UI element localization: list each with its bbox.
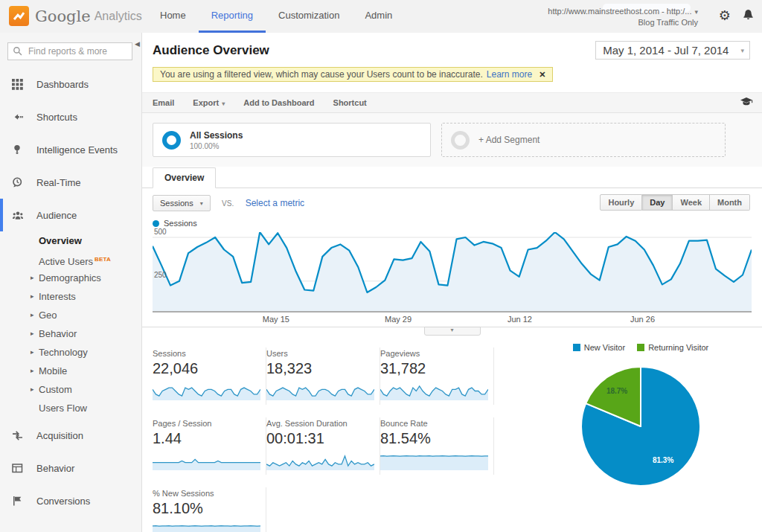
metric-label: Users [266, 349, 374, 358]
sidebar-item-label: Behavior [36, 463, 74, 474]
audience-people-icon [12, 209, 25, 221]
chevron-down-icon: ▾ [200, 200, 203, 207]
vs-label: vs. [222, 199, 234, 208]
report-tabs: Overview [142, 167, 762, 188]
sidebar-item-label: Audience [36, 210, 77, 221]
mobile-label: Mobile [39, 365, 67, 376]
granularity-month-button[interactable]: Month [710, 194, 750, 211]
export-button[interactable]: Export▾ [193, 98, 225, 107]
add-to-dashboard-button[interactable]: Add to Dashboard [243, 98, 314, 107]
metric-card-pct-new-sessions[interactable]: % New Sessions 81.10% [153, 487, 266, 532]
nav-reporting[interactable]: Reporting [199, 0, 266, 33]
sidebar-item-real-time[interactable]: Real-Time [0, 166, 141, 199]
metric-card-users[interactable]: Users 18,323 [266, 347, 380, 405]
sidebar-item-demographics[interactable]: ▸Demographics [0, 269, 141, 287]
expand-right-icon: ▸ [31, 324, 34, 343]
metric-value: 22,046 [153, 360, 260, 377]
select-a-metric-link[interactable]: Select a metric [246, 198, 304, 208]
expand-right-icon: ▸ [31, 269, 34, 287]
date-range-selector[interactable]: May 1, 2014 - Jul 7, 2014 ▾ [595, 41, 750, 60]
search-icon [13, 46, 23, 60]
metric-card-sessions[interactable]: Sessions 22,046 [153, 347, 266, 405]
account-url: http://www.mainstreethost.com - http:/..… [548, 7, 691, 16]
shortcut-button[interactable]: Shortcut [333, 98, 367, 107]
sidebar-item-users-flow[interactable]: Users Flow [0, 399, 141, 417]
sidebar-item-behavior-sub[interactable]: ▸Behavior [0, 324, 141, 343]
sessions-timeline-chart[interactable]: 500 250 May 15 May 29 Jun 12 Jun 26 [153, 232, 752, 327]
sidebar-item-intelligence-events[interactable]: Intelligence Events [0, 133, 141, 166]
banner-row: You are using a filtered view, which may… [142, 67, 762, 87]
line-chart-canvas[interactable] [153, 232, 752, 313]
page-title: Audience Overview [153, 43, 269, 58]
close-icon[interactable]: ✕ [539, 70, 545, 80]
nav-admin[interactable]: Admin [352, 0, 405, 33]
gear-icon[interactable]: ⚙ [719, 8, 731, 23]
legend-returning-visitor: Returning Visitor [637, 343, 708, 352]
granularity-hourly-button[interactable]: Hourly [600, 194, 642, 211]
metric-card-avg-session-duration[interactable]: Avg. Session Duration 00:01:31 [266, 417, 380, 475]
metric-card-pageviews[interactable]: Pageviews 31,782 [380, 347, 494, 405]
metric-card-pages-per-session[interactable]: Pages / Session 1.44 [153, 417, 266, 475]
nav-home[interactable]: Home [147, 0, 199, 33]
beta-badge: BETA [95, 256, 111, 263]
behavior-window-icon [12, 462, 25, 474]
metric-label: % New Sessions [153, 489, 260, 498]
search-input[interactable] [7, 42, 132, 60]
warning-text: You are using a filtered view, which may… [160, 69, 483, 80]
segment-ring-icon [162, 131, 181, 150]
metric-label: Avg. Session Duration [266, 419, 374, 428]
y-tick-500: 500 [154, 228, 167, 236]
geo-label: Geo [39, 310, 57, 321]
sidebar-item-conversions[interactable]: Conversions [0, 484, 141, 517]
brand-google: Google [35, 7, 91, 25]
granularity-week-button[interactable]: Week [673, 194, 710, 211]
acquisition-arrows-icon [12, 429, 25, 441]
google-analytics-logo: Google Analytics [9, 6, 142, 26]
timeline-collapse-handle[interactable]: ▾ [424, 327, 481, 336]
sidebar-item-acquisition[interactable]: Acquisition [0, 419, 141, 452]
sidebar-item-label: Real-Time [36, 177, 80, 188]
segment-percent: 100.00% [190, 142, 243, 150]
metric-card-bounce-rate[interactable]: Bounce Rate 81.54% [380, 417, 494, 475]
sidebar-item-dashboards[interactable]: Dashboards [0, 68, 141, 100]
nav-customization[interactable]: Customization [266, 0, 352, 33]
sidebar-item-interests[interactable]: ▸Interests [0, 287, 141, 306]
metric-value: 00:01:31 [266, 430, 374, 447]
sidebar-item-shortcuts[interactable]: Shortcuts [0, 100, 141, 133]
sparkline-users [266, 381, 374, 400]
metric-select-dropdown[interactable]: Sessions ▾ [153, 195, 211, 211]
sidebar-item-mobile[interactable]: ▸Mobile [0, 362, 141, 380]
sidebar-collapse-icon[interactable]: ◀ [135, 40, 140, 48]
analytics-beacon-icon [9, 6, 29, 26]
email-button[interactable]: Email [153, 98, 174, 107]
granularity-day-button[interactable]: Day [642, 194, 673, 211]
sidebar-item-overview[interactable]: Overview [0, 231, 141, 250]
metric-label: Pageviews [380, 349, 487, 358]
timeline-collapse-row: ▾ [142, 327, 762, 337]
learn-more-link[interactable]: Learn more [487, 69, 532, 80]
graduation-cap-icon[interactable] [740, 97, 753, 110]
sidebar-item-geo[interactable]: ▸Geo [0, 306, 141, 324]
sidebar-item-technology[interactable]: ▸Technology [0, 343, 141, 362]
segment-all-sessions[interactable]: All Sessions 100.00% [153, 123, 431, 157]
sparkline-sessions [153, 381, 260, 400]
sidebar-item-behavior[interactable]: Behavior [0, 452, 141, 484]
sidebar-item-label: Shortcuts [36, 112, 77, 123]
pie-canvas[interactable] [577, 363, 704, 490]
bell-icon[interactable] [742, 8, 755, 25]
sidebar-item-active-users[interactable]: Active UsersBETA [0, 250, 141, 269]
account-view-name: Blog Traffic Only [548, 17, 698, 28]
add-segment-label: + Add Segment [478, 135, 540, 145]
tab-overview[interactable]: Overview [153, 167, 216, 188]
add-segment-button[interactable]: + Add Segment [441, 123, 726, 157]
visitor-type-pie-chart[interactable]: 81.3% 18.7% [577, 363, 704, 490]
x-tick: May 15 [263, 315, 289, 324]
legend-new-visitor-label: New Visitor [584, 343, 625, 352]
sidebar-item-custom[interactable]: ▸Custom [0, 380, 141, 399]
sidebar-item-audience[interactable]: Audience [0, 199, 141, 231]
sidebar-nav: Dashboards Shortcuts Intelligence Events… [0, 68, 141, 517]
metric-label: Pages / Session [153, 419, 260, 428]
sparkline-pages-per-session [153, 451, 260, 470]
account-property-selector[interactable]: http://www.mainstreethost.com - http:/..… [548, 6, 698, 28]
date-range-value: May 1, 2014 - Jul 7, 2014 [596, 42, 735, 59]
